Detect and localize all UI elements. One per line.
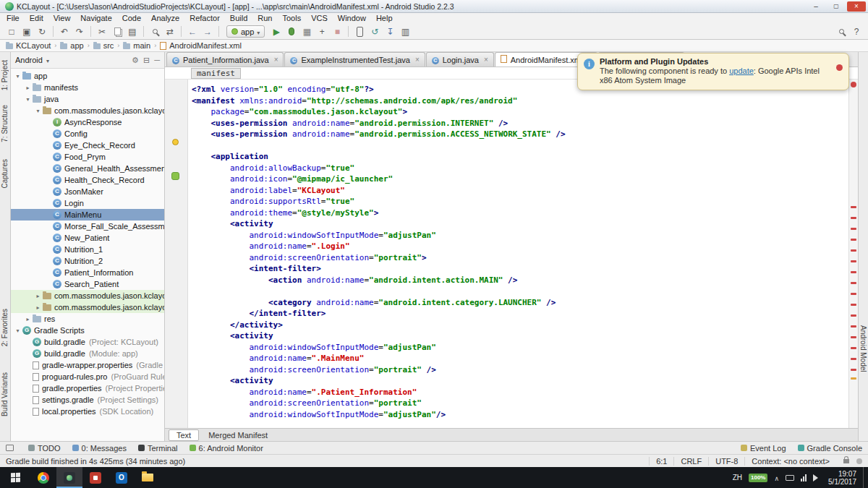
- editor-code[interactable]: <?xml version="1.0" encoding="utf-8"?><m…: [188, 80, 848, 428]
- find-icon[interactable]: [148, 25, 162, 38]
- menu-item-vcs[interactable]: VCS: [306, 13, 333, 24]
- warning-stripe-mark[interactable]: [851, 377, 856, 380]
- error-stripe-mark[interactable]: [851, 325, 856, 328]
- device-monitor-icon[interactable]: ▥: [398, 25, 412, 38]
- tree-item-login[interactable]: CLogin: [11, 197, 164, 209]
- code-line-23[interactable]: <activity: [192, 330, 848, 342]
- taskbar-explorer-button[interactable]: [135, 467, 161, 488]
- toolwindow-button-gradle-console[interactable]: Gradle Console: [798, 444, 862, 453]
- tree-item-morse-fall-scale-assessmen[interactable]: CMorse_Fall_Scale_Assessmen: [11, 221, 164, 232]
- tree-item-jsonmaker[interactable]: CJsonMaker: [11, 186, 164, 197]
- tree-item-com-massmodules-jason-kclayout[interactable]: ▾com.massmodules.jason.kclayout: [11, 105, 164, 116]
- taskbar-chrome-button[interactable]: [30, 467, 56, 488]
- error-stripe-mark[interactable]: [851, 282, 856, 284]
- settings-gear-icon[interactable]: ⚙: [132, 56, 139, 65]
- input-language-indicator[interactable]: ZH: [733, 474, 742, 481]
- tree-item-settings-gradle-project-settings[interactable]: settings.gradle(Project Settings): [11, 394, 164, 406]
- tool-tab-7-structure[interactable]: 7: Structure: [1, 103, 9, 145]
- show-desktop-button[interactable]: [863, 467, 867, 488]
- tree-expand-arrow-icon[interactable]: ▸: [34, 304, 42, 311]
- tree-item-gradle-wrapper-properties-gradle-ver[interactable]: gradle-wrapper.properties(Gradle Ver: [11, 359, 164, 371]
- taskbar-red-app-button[interactable]: [82, 467, 109, 488]
- update-link[interactable]: update: [729, 67, 754, 75]
- bottom-tab-merged-manifest[interactable]: Merged Manifest: [201, 430, 275, 440]
- gradle-sync-icon[interactable]: ↺: [367, 25, 382, 38]
- taskbar-studio-button[interactable]: [56, 467, 82, 488]
- menu-item-build[interactable]: Build: [225, 13, 252, 24]
- maximize-button[interactable]: [827, 1, 846, 12]
- error-stripe-mark[interactable]: [851, 228, 856, 230]
- code-line-19[interactable]: [192, 286, 848, 297]
- code-line-14[interactable]: android:windowSoftInputMode="adjustPan": [192, 230, 848, 241]
- error-stripe-mark[interactable]: [851, 260, 856, 262]
- code-line-27[interactable]: <activity: [192, 375, 848, 387]
- tab-login-java[interactable]: CLogin.java×: [426, 52, 494, 67]
- network-icon[interactable]: [801, 474, 807, 481]
- clock[interactable]: 19:07 5/1/2017: [828, 470, 856, 486]
- project-tree[interactable]: ▾app▸manifests▾java▾com.massmodules.jaso…: [11, 69, 164, 441]
- breadcrumb-main[interactable]: main: [123, 41, 150, 50]
- toolwindow-button-6-android-monitor[interactable]: 6: Android Monitor: [190, 444, 263, 453]
- error-stripe-mark[interactable]: [851, 271, 856, 273]
- code-line-2[interactable]: <manifest xmlns:android="http://schemas.…: [192, 95, 848, 107]
- menu-item-edit[interactable]: Edit: [25, 13, 48, 24]
- coverage-icon[interactable]: ▦: [299, 25, 314, 38]
- tree-item-res[interactable]: ▸res: [11, 313, 164, 325]
- tree-item-mainmenu[interactable]: CMainMenu: [11, 209, 164, 221]
- code-line-29[interactable]: android:screenOrientation="portrait": [192, 398, 848, 409]
- toolwindow-switcher-icon[interactable]: [6, 445, 14, 451]
- code-line-20[interactable]: <category android:name="android.intent.c…: [192, 297, 848, 309]
- tree-item-health-check-record[interactable]: CHealth_Check_Record: [11, 174, 164, 186]
- open-icon[interactable]: □: [4, 25, 19, 38]
- sync-icon[interactable]: ↻: [35, 25, 49, 38]
- collapse-all-icon[interactable]: ⊟: [143, 56, 150, 65]
- tree-item-eye-check-record[interactable]: CEye_Check_Record: [11, 140, 164, 151]
- tree-expand-arrow-icon[interactable]: ▸: [34, 293, 42, 299]
- tool-tab-build-variants[interactable]: Build Variants: [1, 370, 9, 419]
- tree-item-asyncresponse[interactable]: IAsyncResponse: [11, 116, 164, 128]
- close-tab-icon[interactable]: ×: [274, 56, 278, 64]
- debug-icon[interactable]: [284, 25, 299, 38]
- tree-item-food-prym[interactable]: CFood_Prym: [11, 151, 164, 163]
- replace-icon[interactable]: ⇄: [163, 25, 177, 38]
- notification-close-icon[interactable]: [836, 64, 843, 71]
- code-line-8[interactable]: android:allowBackup="true": [192, 163, 848, 174]
- tree-item-com-massmodules-jason-kclayout-test[interactable]: ▸com.massmodules.jason.kclayout(test): [11, 301, 164, 313]
- start-button[interactable]: [0, 467, 30, 488]
- menu-item-tools[interactable]: Tools: [277, 13, 306, 24]
- save-all-icon[interactable]: ▣: [20, 25, 34, 38]
- readonly-lock-icon[interactable]: [843, 459, 849, 463]
- breadcrumb-src[interactable]: src: [93, 41, 114, 50]
- code-line-12[interactable]: android:theme="@style/myStyle">: [192, 207, 848, 219]
- run-configuration-select[interactable]: app: [226, 25, 265, 38]
- close-tab-icon[interactable]: ×: [415, 56, 420, 64]
- attach-icon[interactable]: +: [315, 25, 329, 38]
- error-stripe-mark[interactable]: [851, 249, 856, 252]
- status-message[interactable]: Gradle build finished in 4s 425ms (34 mi…: [6, 457, 185, 466]
- menu-item-window[interactable]: Window: [333, 13, 371, 24]
- code-line-25[interactable]: android:name=".MainMenu": [192, 353, 848, 364]
- project-view-selector[interactable]: Android: [15, 56, 49, 64]
- error-stripe-mark[interactable]: [851, 369, 856, 371]
- close-button[interactable]: [847, 1, 866, 12]
- code-line-22[interactable]: </activity>: [192, 320, 848, 331]
- code-line-11[interactable]: android:supportsRtl="true": [192, 196, 848, 207]
- code-line-28[interactable]: android:name=".Patient_Information": [192, 387, 848, 398]
- tree-item-manifests[interactable]: ▸manifests: [11, 82, 164, 93]
- tree-item-config[interactable]: CConfig: [11, 128, 164, 140]
- tree-item-proguard-rules-pro-proguard-rules-fo[interactable]: proguard-rules.pro(ProGuard Rules fo: [11, 371, 164, 382]
- code-line-21[interactable]: </intent-filter>: [192, 308, 848, 320]
- code-line-26[interactable]: android:screenOrientation="portrait" />: [192, 364, 848, 376]
- tree-item-patient-information[interactable]: CPatient_Information: [11, 267, 164, 278]
- tab-exampleinstrumentedtest-java[interactable]: CExampleInstrumentedTest.java×: [284, 52, 425, 67]
- error-stripe[interactable]: [848, 80, 858, 428]
- code-line-5[interactable]: <uses-permission android:name="android.p…: [192, 129, 848, 140]
- file-errors-indicator-icon[interactable]: [851, 82, 856, 87]
- tab-patient-information-java[interactable]: CPatient_Information.java×: [166, 52, 284, 67]
- toolwindow-button-terminal[interactable]: Terminal: [138, 444, 178, 453]
- menu-item-navigate[interactable]: Navigate: [75, 13, 116, 24]
- menu-item-file[interactable]: File: [1, 13, 25, 24]
- tree-item-gradle-properties-project-properties[interactable]: gradle.properties(Project Properties): [11, 382, 164, 394]
- tree-item-new-patient[interactable]: CNew_Patient: [11, 232, 164, 244]
- close-tab-icon[interactable]: ×: [484, 56, 488, 64]
